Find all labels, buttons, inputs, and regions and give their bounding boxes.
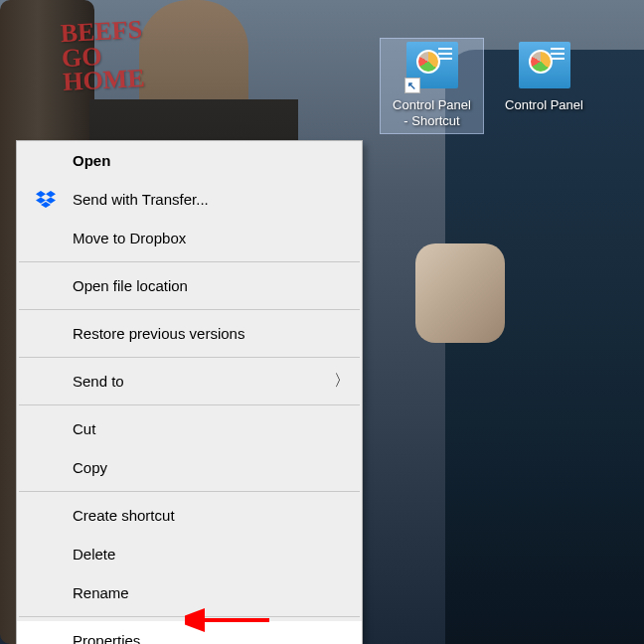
- desktop-icon-label: Control Panel: [505, 97, 583, 113]
- menu-separator: [19, 357, 360, 358]
- desktop-icon-control-panel[interactable]: Control Panel: [492, 38, 596, 134]
- menu-item-label: Properties: [73, 632, 140, 644]
- menu-item-copy[interactable]: Copy: [17, 448, 362, 487]
- chevron-right-icon: 〉: [334, 371, 350, 392]
- dropbox-icon: [35, 191, 57, 209]
- menu-item-label: Send with Transfer...: [73, 191, 209, 208]
- menu-item-label: Rename: [73, 584, 129, 601]
- desktop-icon-label: Control Panel - Shortcut: [393, 97, 471, 130]
- menu-item-label: Open: [73, 152, 110, 169]
- menu-item-create-shortcut[interactable]: Create shortcut: [17, 496, 362, 535]
- menu-separator: [19, 491, 360, 492]
- menu-item-label: Cut: [73, 420, 95, 437]
- menu-item-open[interactable]: Open: [17, 141, 362, 180]
- menu-item-restore-previous-versions[interactable]: Restore previous versions: [17, 314, 362, 353]
- menu-item-label: Open file location: [73, 277, 188, 294]
- menu-item-cut[interactable]: Cut: [17, 409, 362, 448]
- menu-item-label: Create shortcut: [73, 507, 175, 524]
- desktop-icon-control-panel-shortcut[interactable]: Control Panel - Shortcut: [380, 38, 484, 134]
- menu-item-send-to[interactable]: Send to〉: [17, 362, 362, 401]
- menu-separator: [19, 404, 360, 405]
- context-menu: OpenSend with Transfer...Move to Dropbox…: [16, 140, 363, 644]
- menu-item-label: Restore previous versions: [73, 325, 244, 342]
- menu-separator: [19, 616, 360, 617]
- menu-item-properties[interactable]: Properties: [17, 621, 362, 644]
- menu-item-label: Copy: [73, 459, 107, 476]
- menu-item-label: Move to Dropbox: [73, 230, 186, 246]
- menu-item-label: Delete: [73, 546, 115, 563]
- menu-item-rename[interactable]: Rename: [17, 573, 362, 612]
- wallpaper-graffiti-text: BEEFS GO HOME: [60, 18, 145, 95]
- menu-item-open-file-location[interactable]: Open file location: [17, 266, 362, 305]
- menu-item-delete[interactable]: Delete: [17, 535, 362, 573]
- menu-separator: [19, 309, 360, 310]
- shortcut-arrow-icon: [404, 78, 420, 93]
- menu-item-send-with-transfer[interactable]: Send with Transfer...: [17, 180, 362, 219]
- menu-item-move-to-dropbox[interactable]: Move to Dropbox: [17, 219, 362, 257]
- control-panel-icon: [406, 42, 458, 93]
- menu-item-label: Send to: [73, 373, 124, 390]
- menu-separator: [19, 261, 360, 262]
- desktop-icon-area: Control Panel - ShortcutControl Panel: [380, 38, 596, 134]
- control-panel-icon: [519, 42, 570, 93]
